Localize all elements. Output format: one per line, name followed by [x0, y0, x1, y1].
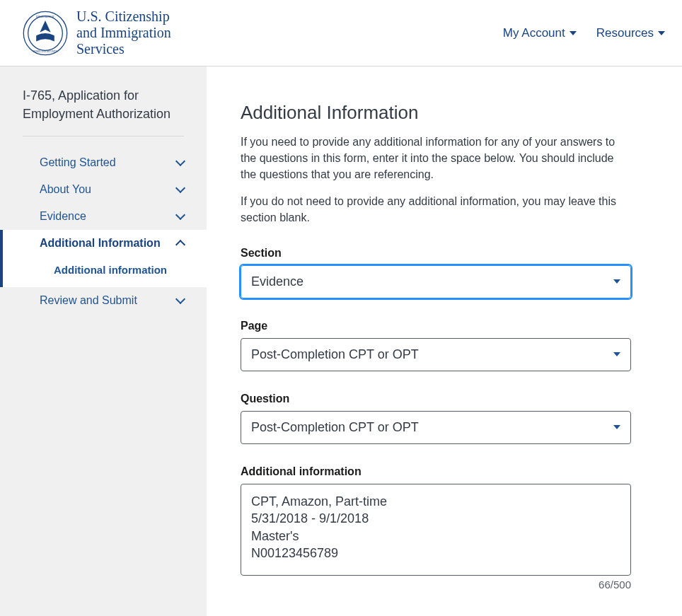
sidebar-subitem-additional-information[interactable]: Additional information [0, 257, 207, 287]
label-page: Page [241, 320, 631, 332]
select-value: Post-Completion CPT or OPT [251, 420, 419, 435]
chevron-down-icon [613, 352, 620, 356]
chevron-down-icon [658, 31, 665, 35]
label-section: Section [241, 247, 631, 260]
sidebar-item-label: Evidence [40, 210, 86, 223]
sidebar-item-additional-information[interactable]: Additional Information [0, 230, 207, 257]
chevron-down-icon [175, 156, 185, 166]
sidebar-item-review-submit[interactable]: Review and Submit [0, 287, 207, 314]
field-section: Section Evidence [241, 247, 631, 298]
textarea-additional-info[interactable]: CPT, Amazon, Part-time 5/31/2018 - 9/1/2… [241, 484, 631, 576]
chevron-down-icon [175, 210, 185, 220]
char-count: 66/500 [241, 579, 631, 591]
sidebar-separator [23, 136, 184, 136]
nav-resources[interactable]: Resources [596, 26, 665, 40]
uscis-seal-icon: DEPARTMENT OF HOMELAND SECURITY [23, 11, 68, 56]
main-content: Additional Information If you need to pr… [207, 66, 682, 616]
field-additional-info: Additional information CPT, Amazon, Part… [241, 465, 631, 591]
sidebar-title: I-765, Application for Employment Author… [0, 86, 207, 136]
chevron-up-icon [175, 240, 185, 250]
sidebar-item-about-you[interactable]: About You [0, 176, 207, 203]
sidebar-item-label: Getting Started [40, 156, 116, 169]
brand-text: U.S. Citizenship and Immigration Service… [76, 8, 171, 57]
field-question: Question Post-Completion CPT or OPT [241, 393, 631, 444]
nav-my-account[interactable]: My Account [503, 26, 577, 40]
sidebar-nav: Getting Started About You Evidence Addit… [0, 149, 207, 314]
brand: DEPARTMENT OF HOMELAND SECURITY U.S. Cit… [23, 8, 171, 57]
field-page: Page Post-Completion CPT or OPT [241, 320, 631, 371]
intro-paragraph-1: If you need to provide any additional in… [241, 134, 631, 183]
body-wrap: I-765, Application for Employment Author… [0, 66, 682, 616]
sidebar-item-getting-started[interactable]: Getting Started [0, 149, 207, 176]
chevron-down-icon [175, 294, 185, 304]
label-additional-info: Additional information [241, 465, 631, 478]
header-nav: My Account Resources [503, 26, 665, 40]
header: DEPARTMENT OF HOMELAND SECURITY U.S. Cit… [0, 0, 682, 66]
sidebar-item-label: About You [40, 183, 91, 196]
sidebar-item-label: Additional Information [40, 237, 161, 250]
svg-text:DEPARTMENT OF: DEPARTMENT OF [36, 16, 54, 18]
chevron-down-icon [570, 31, 577, 35]
select-section[interactable]: Evidence [241, 265, 631, 298]
select-value: Evidence [251, 274, 304, 289]
chevron-down-icon [613, 425, 620, 429]
sidebar: I-765, Application for Employment Author… [0, 66, 207, 616]
select-page[interactable]: Post-Completion CPT or OPT [241, 338, 631, 371]
svg-text:HOMELAND SECURITY: HOMELAND SECURITY [33, 50, 58, 52]
chevron-down-icon [175, 183, 185, 193]
label-question: Question [241, 393, 631, 405]
select-question[interactable]: Post-Completion CPT or OPT [241, 411, 631, 444]
intro-paragraph-2: If you do not need to provide any additi… [241, 193, 631, 226]
sidebar-subitem-label: Additional information [54, 264, 167, 276]
select-value: Post-Completion CPT or OPT [251, 347, 419, 362]
sidebar-item-evidence[interactable]: Evidence [0, 203, 207, 230]
page-title: Additional Information [241, 102, 631, 124]
sidebar-item-label: Review and Submit [40, 294, 137, 307]
chevron-down-icon [613, 279, 620, 284]
